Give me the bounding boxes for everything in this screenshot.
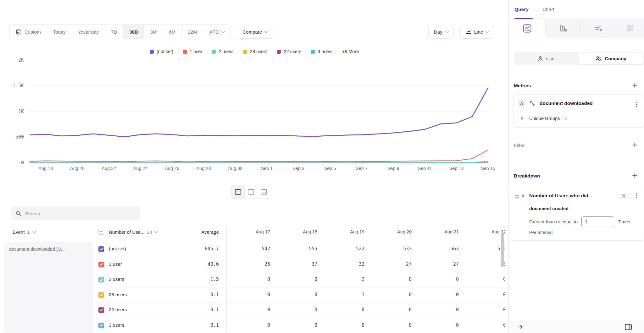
value-cell: 32	[319, 261, 367, 267]
add-metric-button[interactable]	[632, 82, 638, 89]
row-checkbox[interactable]	[98, 246, 104, 252]
range-label: Custom	[25, 29, 41, 35]
value-cell: 0	[225, 292, 272, 298]
svg-text:Aug 24: Aug 24	[133, 166, 148, 171]
metric-card[interactable]: A document downloaded # Unique Groups	[513, 94, 644, 128]
series-label: 22 users	[109, 307, 127, 312]
legend-item[interactable]: 3 users	[311, 49, 333, 54]
select-all-checkbox[interactable]	[98, 229, 104, 235]
date-column-header[interactable]: Aug 20	[367, 224, 414, 242]
scatter-chart-type-button[interactable]	[616, 19, 644, 38]
legend-color-chip	[150, 50, 154, 54]
date-column-header[interactable]: Aug 22	[461, 224, 505, 242]
daily-values: 002000	[225, 276, 505, 282]
range-label: 30D	[129, 29, 138, 35]
date-column-header[interactable]: Aug 19	[319, 224, 367, 242]
search-input[interactable]	[25, 210, 126, 216]
tab-query[interactable]: Query	[514, 7, 529, 12]
value-cell: 542	[225, 246, 272, 252]
series-column-header[interactable]: Number of Use... 24	[109, 229, 158, 235]
breakdown-menu-kebab-icon[interactable]	[636, 195, 637, 196]
chart-type-button[interactable]: Line	[459, 25, 494, 39]
series-label: 28 users	[109, 292, 127, 297]
split-panel-icon[interactable]	[625, 323, 632, 332]
value-cell: 0	[367, 322, 414, 328]
chevron-down-icon	[154, 229, 158, 233]
chart-focus-view-button[interactable]	[244, 185, 257, 199]
granularity-button[interactable]: Day	[428, 25, 454, 39]
event-name-cell[interactable]: document downloaded [U...	[4, 242, 93, 333]
add-filter-button[interactable]	[632, 142, 638, 149]
filter-section-header: Filter	[514, 142, 638, 149]
table-row: 1 user40.6263732272728	[94, 257, 505, 272]
legend-item[interactable]: 28 users	[243, 49, 268, 54]
interval-label[interactable]: Per Interval	[529, 230, 552, 235]
compare-button[interactable]: Compare	[237, 25, 273, 39]
svg-text:Sep 3: Sep 3	[292, 166, 304, 171]
table-focus-view-button[interactable]	[257, 185, 270, 199]
row-checkbox[interactable]	[98, 292, 104, 298]
legend-item[interactable]: (not set)	[150, 49, 173, 54]
add-breakdown-button[interactable]	[632, 172, 638, 179]
legend-label: 3 users	[318, 49, 333, 54]
range-today[interactable]: Today	[47, 25, 72, 39]
range-30d[interactable]: 30D	[123, 25, 144, 39]
range-custom[interactable]: Custom	[10, 25, 47, 39]
value-cell: 27	[414, 261, 461, 267]
series-line-1-user	[30, 150, 488, 162]
collapse-panel-icon[interactable]	[518, 324, 524, 331]
legend-item[interactable]: 22 users	[277, 49, 301, 54]
date-column-header[interactable]: Aug 21	[414, 224, 461, 242]
range-12m[interactable]: 12M	[181, 25, 203, 39]
date-column-header[interactable]: Aug 18	[272, 224, 319, 242]
legend-item[interactable]: 1 user	[183, 49, 202, 54]
range-6m[interactable]: 6M	[163, 25, 181, 39]
row-checkbox[interactable]	[98, 277, 104, 282]
condition-value-input[interactable]	[581, 216, 614, 227]
metric-menu-kebab-icon[interactable]	[636, 104, 637, 105]
breakdown-event-name[interactable]: document created	[529, 206, 569, 211]
value-cell: 555	[272, 246, 319, 252]
line-chart[interactable]: 05001K1.5K2KAug 18Aug 20Aug 22Aug 24Aug …	[0, 57, 508, 174]
series-line--not-set-	[30, 88, 488, 137]
legend-more-button[interactable]: +6 More	[342, 49, 359, 54]
legend-color-chip	[183, 50, 187, 54]
remove-breakdown-button[interactable]	[621, 193, 627, 200]
vertical-scrollbar[interactable]	[501, 232, 504, 267]
range-3m[interactable]: 3M	[144, 25, 163, 39]
active-tab-indicator	[514, 18, 533, 19]
average-column-header: Average	[190, 229, 219, 235]
sidebar-tabs: Query Chart	[509, 0, 644, 19]
breakdown-condition-row: Greater than or equal to Times	[529, 216, 630, 227]
row-checkbox[interactable]	[98, 262, 104, 267]
table-row: 28 users0.1001000	[94, 287, 505, 303]
filter-title: Filter	[514, 143, 525, 148]
legend-item[interactable]: 2 users	[212, 49, 234, 54]
value-cell: 37	[272, 261, 319, 267]
bar-chart-type-button[interactable]	[545, 19, 580, 38]
metrics-section-header: Metrics	[514, 82, 638, 89]
analysis-panel: CustomTodayYesterday7D30D3M6M12MXTD Comp…	[0, 0, 508, 333]
drag-handle-icon[interactable]	[515, 195, 519, 196]
entity-option-company[interactable]: Company	[579, 53, 643, 64]
sidebar-footer	[509, 321, 644, 333]
entity-option-user[interactable]: User	[515, 53, 579, 64]
event-column-header[interactable]: Event 1	[13, 229, 35, 235]
value-cell: 0	[414, 292, 461, 298]
range-7d[interactable]: 7D	[105, 25, 123, 39]
row-checkbox[interactable]	[98, 323, 104, 328]
split-view-button[interactable]	[231, 185, 244, 199]
value-cell: 0	[461, 307, 505, 313]
line-chart-type-button[interactable]	[509, 19, 545, 38]
metric-measure-selector[interactable]: # Unique Groups	[519, 116, 567, 121]
value-cell: 0	[367, 276, 414, 282]
value-cell: 0	[461, 276, 505, 282]
flow-chart-type-button[interactable]	[580, 19, 616, 38]
row-checkbox[interactable]	[98, 307, 104, 313]
chart-type-selector	[509, 19, 644, 38]
range-xtd[interactable]: XTD	[203, 25, 230, 39]
tab-chart[interactable]: Chart	[542, 7, 554, 12]
breakdown-card-title: Number of Users who did...	[529, 193, 592, 199]
range-yesterday[interactable]: Yesterday	[72, 25, 105, 39]
date-column-header[interactable]: Aug 17	[225, 224, 272, 242]
